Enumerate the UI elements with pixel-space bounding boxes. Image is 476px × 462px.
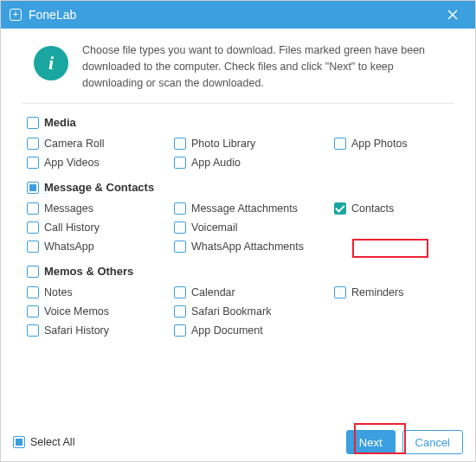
app-window: FoneLab i Choose file types you want to … — [0, 0, 476, 462]
item-calendar[interactable]: Calendar — [174, 286, 334, 298]
close-icon — [447, 9, 459, 21]
checkbox[interactable] — [27, 157, 39, 169]
item-label: Reminders — [351, 286, 403, 298]
item-reminders[interactable]: Reminders — [334, 286, 454, 298]
messages-grid: Messages Message Attachments Contacts Ca… — [27, 202, 454, 253]
item-safari-history[interactable]: Safari History — [27, 324, 174, 337]
app-icon — [10, 9, 22, 21]
cancel-button[interactable]: Cancel — [402, 430, 463, 454]
section-header-media[interactable]: Media — [27, 116, 454, 129]
item-label: Voice Memos — [44, 305, 109, 318]
checkbox[interactable] — [334, 138, 346, 150]
app-title: FoneLab — [29, 8, 439, 22]
item-label: App Videos — [44, 157, 100, 169]
select-all[interactable]: Select All — [13, 436, 74, 448]
checkbox[interactable] — [334, 202, 346, 215]
section-header-memos[interactable]: Memos & Others — [27, 265, 454, 278]
section-label: Memos & Others — [44, 265, 133, 278]
checkbox[interactable] — [174, 241, 186, 253]
item-voice-memos[interactable]: Voice Memos — [27, 305, 174, 318]
item-message-attachments[interactable]: Message Attachments — [174, 202, 334, 215]
item-label: Calendar — [191, 286, 235, 298]
checkbox[interactable] — [174, 202, 186, 215]
content-area: i Choose file types you want to download… — [1, 29, 475, 337]
item-camera-roll[interactable]: Camera Roll — [27, 138, 174, 150]
checkbox[interactable] — [27, 241, 39, 253]
item-label: Safari History — [44, 324, 109, 337]
select-all-label: Select All — [30, 436, 74, 448]
item-label: Messages — [44, 202, 93, 215]
close-button[interactable] — [439, 1, 466, 29]
item-voicemail[interactable]: Voicemail — [174, 221, 334, 234]
item-label: App Document — [191, 324, 263, 337]
item-app-audio[interactable]: App Audio — [174, 157, 334, 169]
item-whatsapp[interactable]: WhatsApp — [27, 241, 174, 253]
media-grid: Camera Roll Photo Library App Photos App… — [27, 138, 454, 169]
item-notes[interactable]: Notes — [27, 286, 174, 298]
item-label: App Photos — [351, 138, 408, 150]
checkbox[interactable] — [174, 221, 186, 234]
checkbox[interactable] — [27, 324, 39, 337]
item-label: Contacts — [351, 202, 394, 215]
item-label: App Audio — [191, 157, 241, 169]
checkbox-media-all[interactable] — [27, 117, 39, 129]
checkbox[interactable] — [174, 305, 186, 318]
checkbox[interactable] — [27, 305, 39, 318]
checkbox[interactable] — [174, 324, 186, 337]
next-button[interactable]: Next — [346, 430, 396, 454]
item-app-photos[interactable]: App Photos — [334, 138, 454, 150]
item-app-document[interactable]: App Document — [174, 324, 334, 337]
item-whatsapp-attachments[interactable]: WhatsApp Attachments — [174, 241, 334, 253]
checkbox[interactable] — [27, 286, 39, 298]
sections: Media Camera Roll Photo Library App Phot… — [22, 116, 454, 337]
checkbox[interactable] — [27, 138, 39, 150]
checkbox[interactable] — [27, 202, 39, 215]
checkbox-memos-all[interactable] — [27, 266, 39, 278]
button-label: Next — [359, 436, 383, 449]
item-call-history[interactable]: Call History — [27, 221, 174, 234]
item-messages[interactable]: Messages — [27, 202, 174, 215]
item-label: Message Attachments — [191, 202, 298, 215]
footer: Select All Next Cancel — [1, 430, 475, 454]
checkbox-messages-all[interactable] — [27, 182, 39, 194]
titlebar: FoneLab — [1, 1, 475, 29]
section-label: Message & Contacts — [44, 181, 154, 194]
checkbox[interactable] — [334, 286, 346, 298]
item-label: WhatsApp — [44, 241, 94, 253]
checkbox[interactable] — [27, 221, 39, 234]
checkbox[interactable] — [174, 157, 186, 169]
item-label: Call History — [44, 221, 100, 234]
checkbox[interactable] — [174, 286, 186, 298]
divider — [22, 103, 454, 104]
item-label: Photo Library — [191, 138, 255, 150]
item-app-videos[interactable]: App Videos — [27, 157, 174, 169]
checkbox-select-all[interactable] — [13, 436, 25, 448]
item-contacts[interactable]: Contacts — [334, 202, 454, 215]
item-label: Camera Roll — [44, 138, 104, 150]
info-icon: i — [34, 46, 68, 80]
memos-grid: Notes Calendar Reminders Voice Memos Saf… — [27, 286, 454, 337]
item-photo-library[interactable]: Photo Library — [174, 138, 334, 150]
button-label: Cancel — [415, 436, 450, 449]
item-label: Safari Bookmark — [191, 305, 271, 318]
item-label: WhatsApp Attachments — [191, 241, 304, 253]
checkbox[interactable] — [174, 138, 186, 150]
intro-row: i Choose file types you want to download… — [22, 42, 454, 91]
section-header-messages[interactable]: Message & Contacts — [27, 181, 454, 194]
item-safari-bookmark[interactable]: Safari Bookmark — [174, 305, 334, 318]
item-label: Voicemail — [191, 221, 238, 234]
section-label: Media — [44, 116, 76, 129]
intro-text: Choose file types you want to download. … — [82, 42, 454, 91]
item-label: Notes — [44, 286, 73, 298]
footer-buttons: Next Cancel — [346, 430, 463, 454]
